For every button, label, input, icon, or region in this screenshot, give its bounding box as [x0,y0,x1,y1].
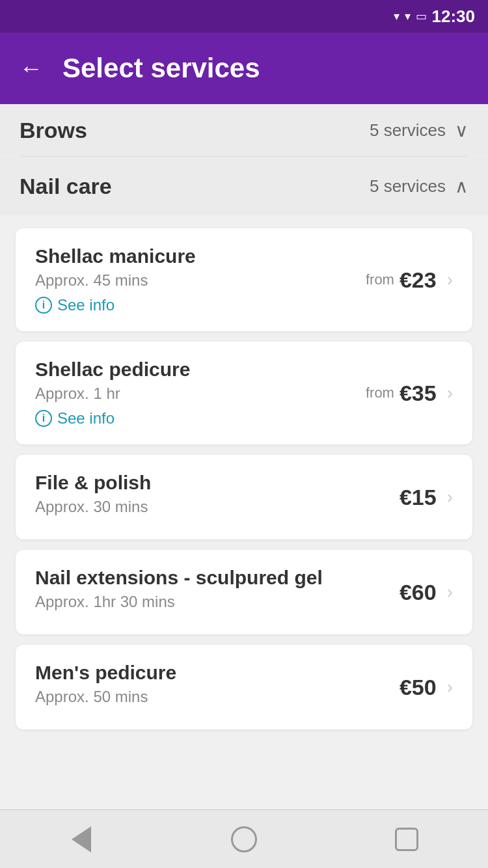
see-info-shellac-manicure[interactable]: i See info [35,296,366,314]
price-from-label: from [366,271,394,288]
recent-square-icon [395,828,418,851]
service-card-nail-extensions[interactable]: Nail extensions - sculpured gel Approx. … [16,550,472,634]
wifi-icon: ▾ [394,9,400,23]
brows-category-name: Brows [20,118,87,143]
back-triangle-icon [72,826,91,852]
price-value: €50 [400,675,437,700]
price-from-label: from [366,385,394,401]
nail-care-category-header[interactable]: Nail care 5 services ∧ [0,157,488,215]
signal-icon: ▾ [405,9,411,23]
service-card-file-polish[interactable]: File & polish Approx. 30 mins €15 › [16,455,472,539]
nail-care-category-name: Nail care [20,174,112,199]
service-duration: Approx. 1 hr [35,385,366,403]
service-card-left: File & polish Approx. 30 mins [35,472,400,522]
service-card-shellac-pedicure[interactable]: Shellac pedicure Approx. 1 hr i See info… [16,342,472,444]
see-info-label: See info [57,409,115,427]
brows-category-right: 5 services ∨ [370,120,468,141]
page-title: Select services [62,53,260,84]
service-card-mens-pedicure[interactable]: Men's pedicure Approx. 50 mins €50 › [16,645,472,729]
price-block: €15 [400,485,437,510]
service-duration: Approx. 45 mins [35,271,366,290]
price-value: €35 [400,381,437,406]
nail-care-chevron-icon: ∧ [455,176,468,197]
chevron-right-icon: › [447,269,453,290]
service-duration: Approx. 1hr 30 mins [35,593,400,611]
brows-service-count: 5 services [370,120,446,141]
status-time: 12:30 [432,7,476,27]
status-bar: ▾ ▾ ▭ 12:30 [0,0,488,33]
home-circle-icon [231,826,257,852]
price-block: €50 [400,675,437,700]
service-card-left: Shellac manicure Approx. 45 mins i See i… [35,245,366,314]
service-name: File & polish [35,472,400,494]
nav-home-button[interactable] [224,820,264,859]
service-card-right: €15 › [400,485,453,510]
service-name: Shellac manicure [35,245,366,267]
service-card-left: Nail extensions - sculpured gel Approx. … [35,567,400,617]
price-value: €15 [400,485,437,510]
price-block: from €23 [366,267,437,293]
price-value: €60 [400,580,437,605]
chevron-right-icon: › [447,383,453,403]
service-duration: Approx. 30 mins [35,498,400,516]
see-info-shellac-pedicure[interactable]: i See info [35,409,366,427]
price-value: €23 [400,267,437,293]
header: ← Select services [0,33,488,104]
service-card-right: from €23 › [366,267,453,293]
chevron-right-icon: › [447,582,453,603]
chevron-right-icon: › [447,677,453,698]
service-card-shellac-manicure[interactable]: Shellac manicure Approx. 45 mins i See i… [16,228,472,331]
bottom-navigation [0,809,488,868]
status-icons: ▾ ▾ ▭ 12:30 [394,7,476,27]
chevron-right-icon: › [447,487,453,508]
service-card-left: Shellac pedicure Approx. 1 hr i See info [35,359,366,427]
nav-back-button[interactable] [62,820,101,859]
content: Brows 5 services ∨ Nail care 5 services … [0,104,488,807]
service-name: Men's pedicure [35,662,400,684]
nail-care-category-right: 5 services ∧ [370,176,468,197]
service-duration: Approx. 50 mins [35,688,400,706]
service-name: Shellac pedicure [35,359,366,381]
info-icon: i [35,297,52,314]
service-card-left: Men's pedicure Approx. 50 mins [35,662,400,712]
services-list: Shellac manicure Approx. 45 mins i See i… [0,215,488,807]
price-block: from €35 [366,381,437,406]
service-name: Nail extensions - sculpured gel [35,567,400,589]
service-card-right: €60 › [400,580,453,605]
back-button[interactable]: ← [20,57,43,80]
service-card-right: from €35 › [366,381,453,406]
brows-category-header[interactable]: Brows 5 services ∨ [0,104,488,156]
battery-icon: ▭ [416,9,427,23]
see-info-label: See info [57,296,115,314]
info-icon: i [35,410,52,427]
price-block: €60 [400,580,437,605]
service-card-right: €50 › [400,675,453,700]
brows-chevron-icon: ∨ [455,120,468,141]
nav-recent-button[interactable] [387,820,426,859]
nail-care-service-count: 5 services [370,176,446,197]
